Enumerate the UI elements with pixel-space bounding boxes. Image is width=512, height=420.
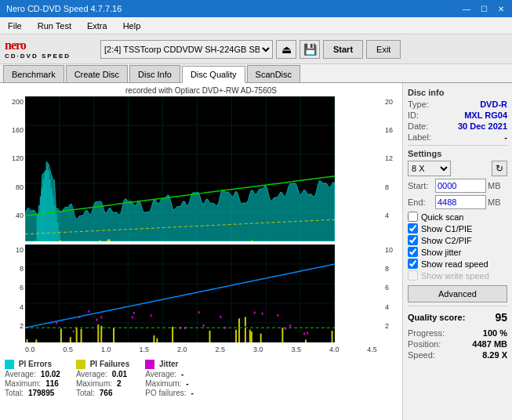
start-mb-row: Start: MB [408, 179, 507, 193]
end-mb-row: End: MB [408, 195, 507, 209]
toolbar: nero CD·DVD SPEED [2:4] TSSTcorp CDDVDW … [0, 34, 512, 64]
menu-run-test[interactable]: Run Test [33, 20, 76, 32]
show-c2-pif-row: Show C2/PIF [408, 235, 507, 245]
disc-type-row: Type: DVD-R [408, 100, 507, 109]
start-button[interactable]: Start [323, 40, 363, 59]
tab-disc-info[interactable]: Disc Info [129, 65, 180, 82]
disc-id-row: ID: MXL RG04 [408, 110, 507, 120]
tab-bar: Benchmark Create Disc Disc Info Disc Qua… [0, 64, 512, 83]
maximize-button[interactable]: ☐ [476, 2, 492, 15]
show-jitter-checkbox[interactable] [408, 247, 418, 257]
show-c1-pie-checkbox[interactable] [408, 223, 418, 234]
speed-setting-row: 8 X Max 1 X 2 X 4 X ↻ [408, 161, 507, 176]
position-row: Position: 4487 MB [408, 339, 507, 349]
upper-chart-canvas [25, 96, 335, 241]
show-read-speed-row: Show read speed [408, 259, 507, 269]
lower-chart-canvas [25, 244, 335, 342]
show-write-speed-label: Show write speed [421, 271, 489, 281]
logo-subtext: CD·DVD SPEED [5, 52, 71, 60]
chart-title: recorded with Optiarc DVD+-RW AD-7560S [3, 86, 399, 95]
exit-button[interactable]: Exit [366, 40, 401, 59]
quick-scan-checkbox[interactable] [408, 212, 418, 222]
show-c2-pif-label: Show C2/PIF [421, 236, 472, 245]
stats-row: PI Errors Average: 10.02 Maximum: 116 To… [3, 357, 399, 400]
divider-1 [408, 145, 507, 146]
progress-row: Progress: 100 % [408, 328, 507, 338]
show-jitter-row: Show jitter [408, 247, 507, 257]
speed-row: Speed: 8.29 X [408, 350, 507, 360]
progress-section: Progress: 100 % Position: 4487 MB Speed:… [408, 328, 507, 360]
upper-y-axis-right: 20 16 12 8 4 [385, 96, 399, 241]
window-controls: — ☐ ✕ [459, 2, 509, 15]
chart-area: recorded with Optiarc DVD+-RW AD-7560S 2… [0, 83, 402, 420]
quick-scan-row: Quick scan [408, 212, 507, 222]
right-panel: Disc info Type: DVD-R ID: MXL RG04 Date:… [402, 83, 512, 420]
lower-y-axis-left: 10 8 6 4 2 [3, 244, 25, 342]
menu-bar: File Run Test Extra Help [0, 17, 512, 34]
drive-select[interactable]: [2:4] TSSTcorp CDDVDW SH-224GB SB00 [100, 40, 273, 59]
upper-chart-container: 200 160 120 80 40 20 16 12 8 4 [3, 96, 399, 241]
show-c1-pie-label: Show C1/PIE [421, 224, 472, 234]
save-button[interactable]: 💾 [300, 40, 320, 59]
eject-button[interactable]: ⏏ [276, 40, 296, 59]
show-read-speed-checkbox[interactable] [408, 259, 418, 269]
quality-score-row: Quality score: 95 [408, 311, 507, 324]
lower-y-axis-right: 10 8 6 4 2 [385, 244, 399, 342]
show-read-speed-label: Show read speed [421, 259, 488, 269]
menu-help[interactable]: Help [118, 20, 146, 32]
pi-failures-legend [76, 360, 85, 369]
close-button[interactable]: ✕ [493, 2, 509, 15]
show-jitter-label: Show jitter [421, 248, 461, 257]
minimize-button[interactable]: — [459, 2, 474, 15]
tab-disc-quality[interactable]: Disc Quality [182, 66, 245, 83]
advanced-button[interactable]: Advanced [408, 285, 507, 302]
app-title: Nero CD-DVD Speed 4.7.7.16 [6, 4, 122, 13]
show-write-speed-checkbox[interactable] [408, 270, 418, 281]
tab-create-disc[interactable]: Create Disc [66, 65, 128, 82]
refresh-button[interactable]: ↻ [492, 161, 507, 176]
upper-y-axis-left: 200 160 120 80 40 [3, 96, 25, 241]
x-axis-labels: 0.0 0.5 1.0 1.5 2.0 2.5 3.0 3.5 4.0 4.5 [3, 346, 399, 353]
quick-scan-label: Quick scan [421, 212, 463, 222]
pi-errors-stats: PI Errors Average: 10.02 Maximum: 116 To… [5, 360, 60, 397]
disc-date-row: Date: 30 Dec 2021 [408, 121, 507, 131]
pi-errors-legend [5, 360, 14, 369]
menu-file[interactable]: File [3, 20, 27, 32]
start-mb-input[interactable] [435, 179, 486, 193]
show-c2-pif-checkbox[interactable] [408, 235, 418, 245]
settings-title: Settings [408, 149, 507, 158]
jitter-stats: Jitter Average: - Maximum: - PO failures… [145, 360, 194, 397]
tab-benchmark[interactable]: Benchmark [3, 65, 64, 82]
jitter-legend [145, 360, 154, 369]
divider-2 [408, 306, 507, 306]
title-bar: Nero CD-DVD Speed 4.7.7.16 — ☐ ✕ [0, 0, 512, 17]
lower-chart-container: 10 8 6 4 2 10 8 6 4 2 [3, 244, 399, 342]
pi-failures-stats: PI Failures Average: 0.01 Maximum: 2 Tot… [76, 360, 129, 397]
show-write-speed-row: Show write speed [408, 270, 507, 281]
end-mb-input[interactable] [435, 195, 486, 209]
disc-info-title: Disc info [408, 88, 507, 97]
logo: nero CD·DVD SPEED [3, 35, 97, 63]
disc-label-row: Label: - [408, 132, 507, 142]
speed-select[interactable]: 8 X Max 1 X 2 X 4 X [408, 161, 451, 176]
menu-extra[interactable]: Extra [82, 20, 112, 32]
logo-text: nero [5, 38, 71, 52]
tab-scan-disc[interactable]: ScanDisc [247, 65, 300, 82]
show-c1-pie-row: Show C1/PIE [408, 223, 507, 234]
main-content: recorded with Optiarc DVD+-RW AD-7560S 2… [0, 83, 512, 420]
